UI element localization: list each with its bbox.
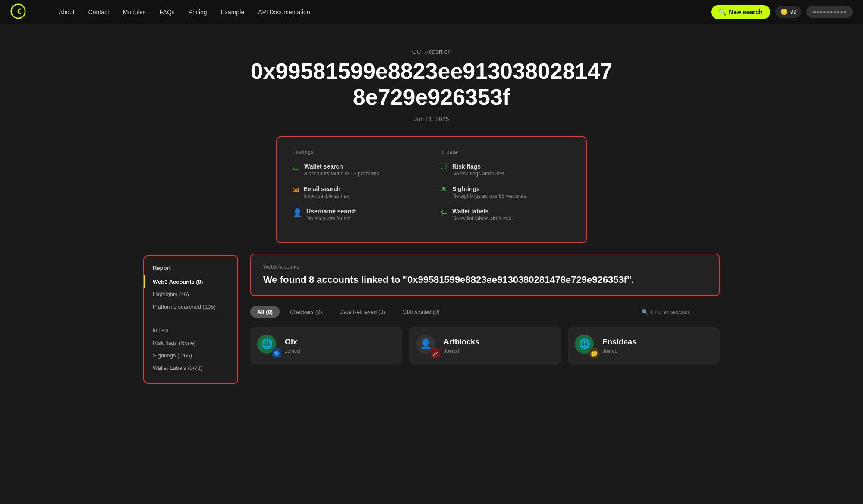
findings-left: Findings ▭ Wallet search 8 accounts foun… xyxy=(293,149,423,230)
sidebar-highlights-label: Highlights (46) xyxy=(153,291,189,297)
hero-title: 0x99581599e8823ee9130380281478e729e92635… xyxy=(248,59,615,110)
find-account-container: 🔍 xyxy=(641,309,720,315)
credits-count: 92 xyxy=(790,9,796,15)
sidebar-report-title: Report xyxy=(144,265,237,275)
wallet-labels-title: Wallet labels xyxy=(452,208,513,215)
sidebar-web3-label: Web3 Accounts (8) xyxy=(153,279,203,285)
main-content: OCI Report on 0x99581599e8823ee913038028… xyxy=(0,0,863,384)
eye-icon: 👁 xyxy=(440,185,448,194)
sidebar: Report Web3 Accounts (8) Highlights (46)… xyxy=(143,255,238,384)
username-search-desc: No accounts found. xyxy=(306,216,357,222)
sightings-title: Sightings xyxy=(452,185,528,192)
web3-accounts-card: Web3 Accounts We found 8 accounts linked… xyxy=(250,254,720,297)
findings-right: In beta 🛡 Risk flags No risk flags attri… xyxy=(440,149,570,230)
nav-api-docs[interactable]: API Documentation xyxy=(253,5,315,19)
nav-about[interactable]: About xyxy=(54,5,80,19)
hero-section: OCI Report on 0x99581599e8823ee913038028… xyxy=(237,31,626,136)
nav-links: About Contact Modules FAQs Pricing Examp… xyxy=(54,5,711,19)
sidebar-risk-flags-label: Risk flags (None) xyxy=(153,340,196,346)
nav-contact[interactable]: Contact xyxy=(83,5,114,19)
logo[interactable] xyxy=(10,3,40,21)
hero-subtitle: OCI Report on xyxy=(248,48,615,55)
hero-date: Jan 21, 2025 xyxy=(248,116,615,122)
sidebar-wallet-labels-label: Wallet Labels (0/78) xyxy=(153,365,202,371)
sidebar-item-sightings[interactable]: Sightings (0/65) xyxy=(144,349,237,362)
wallet-icon: ▭ xyxy=(293,163,300,172)
findings-header: Findings xyxy=(293,149,423,155)
oix-info: Oix Joined xyxy=(285,338,300,354)
filter-data-retrieved[interactable]: Data Retrieved (8) xyxy=(333,306,392,318)
wallet-labels-desc: No wallet labels attributed. xyxy=(452,216,513,222)
sidebar-item-highlights[interactable]: Highlights (46) xyxy=(144,288,237,301)
risk-flags-finding: 🛡 Risk flags No risk flags attributed. xyxy=(440,163,570,177)
sidebar-platforms-label: Platforms searched (105) xyxy=(153,304,216,310)
filter-row: All (8) Checkers (0) Data Retrieved (8) … xyxy=(250,306,720,318)
risk-flags-desc: No risk flags attributed. xyxy=(452,171,505,177)
sidebar-item-web3-accounts[interactable]: Web3 Accounts (8) xyxy=(144,275,237,288)
artblocks-platform-badge: 🖊 xyxy=(431,348,440,358)
sidebar-item-platforms[interactable]: Platforms searched (105) xyxy=(144,301,237,313)
email-search-title: Email search xyxy=(303,185,350,192)
search-accounts-icon: 🔍 xyxy=(641,309,648,315)
wallet-search-finding: ▭ Wallet search 8 accounts found in 53 p… xyxy=(293,163,423,177)
nav-modules[interactable]: Modules xyxy=(118,5,151,19)
ensideas-name: Ensideas xyxy=(602,338,636,347)
ensideas-status: Joined xyxy=(602,348,636,354)
sidebar-item-risk-flags[interactable]: Risk flags (None) xyxy=(144,337,237,349)
findings-card: Findings ▭ Wallet search 8 accounts foun… xyxy=(276,136,587,243)
filter-checkers[interactable]: Checkers (0) xyxy=(283,306,329,318)
tag-icon: 🏷 xyxy=(440,208,448,217)
navbar-right: 🔍 New search 🪙 92 ●●●●●●●●●● xyxy=(711,5,853,19)
ensideas-platform-badge: 🤔 xyxy=(589,348,599,358)
filter-all[interactable]: All (8) xyxy=(250,306,280,318)
accounts-grid: 🌐 🔷 Oix Joined 👤 🖊 Artblocks xyxy=(250,327,720,365)
account-card-oix[interactable]: 🌐 🔷 Oix Joined xyxy=(250,327,402,365)
email-icon: ✉ xyxy=(293,185,299,195)
in-beta-header: In beta xyxy=(440,149,570,155)
credits-badge: 🪙 92 xyxy=(775,6,801,18)
risk-flags-title: Risk flags xyxy=(452,163,505,170)
username-search-title: Username search xyxy=(306,208,357,215)
sidebar-sightings-label: Sightings (0/65) xyxy=(153,352,192,359)
sightings-desc: No sightings across 65 websites. xyxy=(452,193,528,199)
web3-card-label: Web3 Accounts xyxy=(263,264,707,270)
nav-example[interactable]: Example xyxy=(216,5,249,19)
right-column: Web3 Accounts We found 8 accounts linked… xyxy=(250,254,720,365)
sidebar-in-beta-title: In beta xyxy=(144,326,237,337)
email-search-desc: Incompatible syntax. xyxy=(303,193,350,199)
user-badge[interactable]: ●●●●●●●●●● xyxy=(806,6,853,18)
artblocks-info: Artblocks Joined xyxy=(444,338,479,354)
sidebar-item-wallet-labels[interactable]: Wallet Labels (0/78) xyxy=(144,362,237,374)
filter-obfuscated[interactable]: Obfuscated (0) xyxy=(396,306,447,318)
shield-icon: 🛡 xyxy=(440,163,448,172)
web3-card-title: We found 8 accounts linked to "0x9958159… xyxy=(263,273,707,286)
navbar: About Contact Modules FAQs Pricing Examp… xyxy=(0,0,863,24)
coins-icon: 🪙 xyxy=(781,9,787,15)
sidebar-divider xyxy=(153,319,229,319)
account-card-artblocks[interactable]: 👤 🖊 Artblocks Joined xyxy=(409,327,561,365)
lower-section: Report Web3 Accounts (8) Highlights (46)… xyxy=(129,254,734,384)
sightings-finding: 👁 Sightings No sightings across 65 websi… xyxy=(440,185,570,199)
user-label: ●●●●●●●●●● xyxy=(813,9,847,15)
artblocks-name: Artblocks xyxy=(444,338,479,347)
search-icon: 🔍 xyxy=(719,9,726,16)
new-search-button[interactable]: 🔍 New search xyxy=(711,5,770,19)
oix-platform-badge: 🔷 xyxy=(272,348,281,358)
nav-pricing[interactable]: Pricing xyxy=(183,5,212,19)
oix-name: Oix xyxy=(285,338,300,347)
user-icon: 👤 xyxy=(293,208,302,217)
wallet-search-desc: 8 accounts found in 53 platforms. xyxy=(304,171,381,177)
nav-faqs[interactable]: FAQs xyxy=(154,5,180,19)
artblocks-status: Joined xyxy=(444,348,479,354)
username-search-finding: 👤 Username search No accounts found. xyxy=(293,208,423,222)
account-card-ensideas[interactable]: 🌐 🤔 Ensideas Joined xyxy=(568,327,720,365)
ensideas-info: Ensideas Joined xyxy=(602,338,636,354)
email-search-finding: ✉ Email search Incompatible syntax. xyxy=(293,185,423,199)
oix-status: Joined xyxy=(285,348,300,354)
new-search-label: New search xyxy=(729,9,762,16)
wallet-search-title: Wallet search xyxy=(304,163,381,170)
find-account-input[interactable] xyxy=(651,309,720,315)
wallet-labels-finding: 🏷 Wallet labels No wallet labels attribu… xyxy=(440,208,570,222)
